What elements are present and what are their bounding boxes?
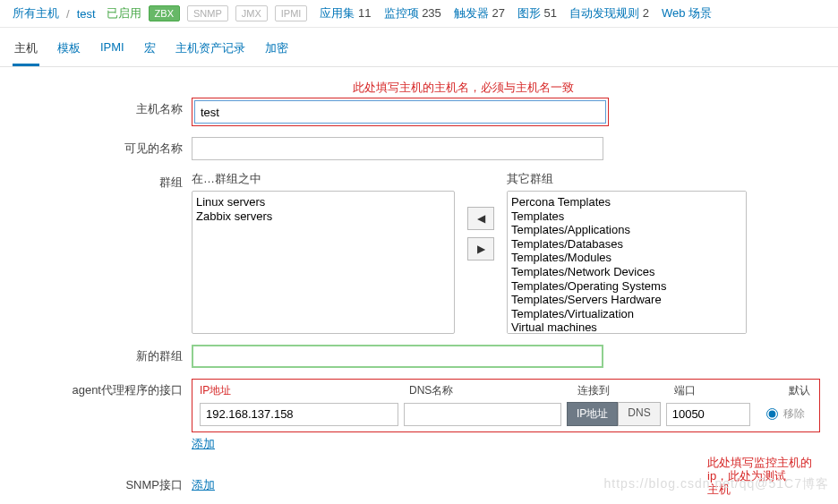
breadcrumb-all-hosts[interactable]: 所有主机 (13, 5, 59, 21)
tab-host[interactable]: 主机 (13, 35, 39, 66)
agent-iface-row: IP地址 DNS 移除 (200, 402, 812, 426)
stat-applications[interactable]: 应用集 11 (320, 5, 371, 21)
iface-header-ip: IP地址 (200, 383, 409, 398)
in-groups-listbox[interactable]: Linux serversZabbix servers (192, 191, 455, 334)
host-form: 此处填写主机的主机名，必须与主机名一致 主机名称 可见的名称 群组 在…群组之中… (0, 67, 838, 504)
tab-inventory[interactable]: 主机资产记录 (174, 35, 247, 66)
other-groups-header: 其它群组 (507, 171, 747, 187)
connect-dns-button[interactable]: DNS (618, 402, 660, 426)
annotation-hostname: 此处填写主机的主机名，必须与主机名一致 (353, 80, 825, 96)
tab-macros[interactable]: 宏 (142, 35, 158, 66)
iface-header-row: IP地址 DNS名称 连接到 端口 默认 (200, 383, 812, 398)
tab-template[interactable]: 模板 (56, 35, 82, 66)
agent-dns-input[interactable] (404, 403, 561, 426)
tab-bar: 主机 模板 IPMI 宏 主机资产记录 加密 (0, 28, 838, 67)
agent-ip-input[interactable] (200, 403, 398, 426)
badge-snmp: SNMP (187, 5, 228, 21)
label-agent-iface: agent代理程序的接口 (13, 379, 192, 398)
status-enabled: 已启用 (107, 5, 141, 21)
label-visible-name: 可见的名称 (13, 137, 192, 157)
iface-header-port: 端口 (674, 383, 764, 398)
hostname-highlight-box (192, 98, 609, 126)
label-hostname: 主机名称 (13, 98, 192, 117)
agent-port-input[interactable] (666, 403, 750, 426)
move-left-button[interactable]: ◀ (467, 207, 494, 230)
stat-triggers[interactable]: 触发器 27 (454, 5, 505, 21)
watermark-text: https://blog.csdn.net/qq@51C7博客 (604, 476, 829, 492)
badge-zbx: ZBX (149, 5, 180, 21)
agent-iface-box: IP地址 DNS名称 连接到 端口 默认 IP地址 DNS 移除 (192, 379, 820, 432)
tab-encryption[interactable]: 加密 (263, 35, 290, 66)
stat-discovery[interactable]: 自动发现规则 2 (569, 5, 649, 21)
connect-toggle: IP地址 DNS (567, 402, 661, 426)
group-columns: 在…群组之中 Linux serversZabbix servers ◀ ▶ 其… (192, 171, 825, 334)
visible-name-input[interactable] (192, 137, 603, 160)
badge-ipmi: IPMI (275, 5, 308, 21)
other-groups-listbox[interactable]: Percona TemplatesTemplatesTemplates/Appl… (507, 191, 747, 334)
stat-items[interactable]: 监控项 235 (384, 5, 441, 21)
agent-default-radio[interactable] (766, 408, 778, 420)
move-right-button[interactable]: ▶ (467, 237, 494, 261)
stat-web[interactable]: Web 场景 (662, 5, 712, 21)
agent-add-link[interactable]: 添加 (192, 436, 215, 452)
breadcrumb-separator: / (66, 7, 70, 21)
iface-header-dns: DNS名称 (409, 383, 577, 398)
iface-header-default: 默认 (764, 383, 810, 398)
tab-ipmi[interactable]: IPMI (98, 35, 126, 66)
hostname-input[interactable] (194, 100, 606, 124)
badge-jmx: JMX (235, 5, 268, 21)
label-snmp-iface: SNMP接口 (13, 474, 192, 493)
new-group-input[interactable] (192, 345, 603, 368)
agent-remove-link[interactable]: 移除 (783, 406, 805, 422)
label-groups: 群组 (13, 171, 192, 191)
snmp-add-link[interactable]: 添加 (192, 477, 215, 493)
label-new-group: 新的群组 (13, 345, 192, 364)
iface-header-connect: 连接到 (577, 383, 674, 398)
stat-graphs[interactable]: 图形 51 (517, 5, 557, 21)
in-groups-header: 在…群组之中 (192, 171, 455, 187)
breadcrumb-host[interactable]: test (77, 7, 96, 21)
connect-ip-button[interactable]: IP地址 (567, 402, 618, 426)
top-breadcrumb-bar: 所有主机 / test 已启用 ZBX SNMP JMX IPMI 应用集 11… (0, 0, 838, 28)
